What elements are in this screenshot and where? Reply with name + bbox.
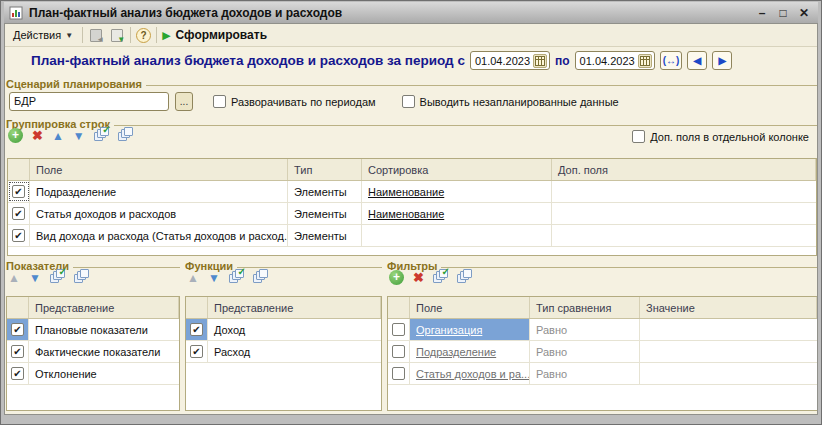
- generate-button[interactable]: Сформировать: [176, 28, 267, 42]
- list-item[interactable]: Плановые показатели: [7, 319, 179, 341]
- field-cell[interactable]: Вид дохода и расхода (Статья доходов и р…: [30, 225, 288, 246]
- checkbox-unchecked[interactable]: [392, 345, 405, 358]
- field-cell[interactable]: Подразделение: [30, 181, 288, 202]
- add-icon[interactable]: +: [8, 128, 23, 143]
- expand-by-periods-option[interactable]: Разворачивать по периодам: [213, 95, 376, 108]
- function-label[interactable]: Доход: [208, 319, 381, 340]
- checkbox-checked[interactable]: [190, 323, 203, 336]
- check-all-icon[interactable]: ✓: [433, 270, 448, 285]
- sort-cell[interactable]: [362, 225, 552, 246]
- type-cell[interactable]: Элементы: [288, 181, 362, 202]
- list-item[interactable]: Фактические показатели: [7, 341, 179, 363]
- date-to-field[interactable]: 01.04.2023: [575, 51, 655, 70]
- extra-cell[interactable]: [552, 225, 816, 246]
- value-cell[interactable]: [640, 341, 817, 362]
- checkbox-checked[interactable]: [190, 345, 203, 358]
- extra-fields-column-option[interactable]: Доп. поля в отдельной колонке: [632, 130, 809, 143]
- value-cell[interactable]: [640, 319, 817, 340]
- calendar-icon[interactable]: [533, 54, 547, 68]
- row-checkbox-cell[interactable]: [8, 225, 30, 246]
- row-checkbox-cell[interactable]: [7, 341, 29, 362]
- row-checkbox-cell[interactable]: [388, 319, 410, 340]
- maximize-button[interactable]: □: [775, 6, 791, 20]
- list-item[interactable]: Отклонение: [7, 363, 179, 385]
- sort-link[interactable]: Наименование: [368, 208, 444, 220]
- row-checkbox-cell[interactable]: [7, 319, 29, 340]
- table-row[interactable]: Статья доходов и ра... Равно: [388, 363, 817, 385]
- delete-icon[interactable]: ✖: [413, 270, 424, 285]
- list-item[interactable]: Расход: [186, 341, 381, 363]
- filter-field-link[interactable]: Организация: [416, 324, 482, 336]
- show-unplanned-option[interactable]: Выводить незапланированные данные: [402, 95, 619, 108]
- next-period-button[interactable]: ▶: [712, 51, 732, 70]
- minimize-button[interactable]: –: [754, 6, 770, 20]
- indicator-label[interactable]: Отклонение: [29, 363, 179, 384]
- checkbox-checked[interactable]: [11, 367, 24, 380]
- comparison-cell[interactable]: Равно: [530, 341, 640, 362]
- checkbox-unchecked[interactable]: [392, 323, 405, 336]
- type-cell[interactable]: Элементы: [288, 203, 362, 224]
- check-all-icon[interactable]: ✓: [229, 270, 244, 285]
- comparison-cell[interactable]: Равно: [530, 363, 640, 384]
- move-down-icon[interactable]: ▼: [208, 272, 220, 284]
- indicator-label[interactable]: Фактические показатели: [29, 341, 179, 362]
- move-up-icon[interactable]: ▲: [52, 130, 64, 142]
- checkbox-unchecked[interactable]: [392, 367, 405, 380]
- row-checkbox-cell[interactable]: [7, 363, 29, 384]
- check-all-icon[interactable]: ✓: [94, 128, 109, 143]
- title-bar[interactable]: План-фактный анализ бюджета доходов и ра…: [4, 2, 818, 23]
- checkbox-checked[interactable]: [12, 207, 25, 220]
- ellipsis-button[interactable]: ...: [175, 92, 193, 111]
- uncheck-all-icon[interactable]: [118, 128, 133, 143]
- help-icon[interactable]: ?: [136, 28, 151, 43]
- uncheck-all-icon[interactable]: [457, 270, 472, 285]
- calendar-icon[interactable]: [638, 54, 652, 68]
- field-cell[interactable]: Статья доходов и расходов: [30, 203, 288, 224]
- extra-cell[interactable]: [552, 203, 816, 224]
- filter-field-link[interactable]: Подразделение: [416, 346, 496, 358]
- row-checkbox-cell[interactable]: [8, 181, 30, 202]
- checkbox-unchecked[interactable]: [632, 130, 645, 143]
- move-down-icon[interactable]: ▼: [73, 130, 85, 142]
- checkbox-checked[interactable]: [12, 185, 25, 198]
- function-label[interactable]: Расход: [208, 341, 381, 362]
- move-up-icon[interactable]: ▲: [8, 272, 20, 284]
- save-report-settings-button[interactable]: ▼: [109, 27, 125, 43]
- extra-cell[interactable]: [552, 181, 816, 202]
- restore-report-settings-button[interactable]: ◄: [88, 27, 104, 43]
- prev-period-button[interactable]: ◀: [687, 51, 707, 70]
- table-row[interactable]: Статья доходов и расходов Элементы Наиме…: [8, 203, 816, 225]
- uncheck-all-icon[interactable]: [253, 270, 268, 285]
- move-up-icon[interactable]: ▲: [187, 272, 199, 284]
- checkbox-checked[interactable]: [11, 345, 24, 358]
- row-checkbox-cell[interactable]: [388, 341, 410, 362]
- row-checkbox-cell[interactable]: [186, 341, 208, 362]
- close-button[interactable]: ✕: [796, 6, 812, 20]
- move-down-icon[interactable]: ▼: [29, 272, 41, 284]
- table-row[interactable]: Вид дохода и расхода (Статья доходов и р…: [8, 225, 816, 247]
- sort-link[interactable]: Наименование: [368, 186, 444, 198]
- row-checkbox-cell[interactable]: [8, 203, 30, 224]
- select-period-button[interactable]: (↔): [660, 51, 683, 70]
- scenario-input[interactable]: БДР: [9, 92, 169, 111]
- list-item[interactable]: Доход: [186, 319, 381, 341]
- value-cell[interactable]: [640, 363, 817, 384]
- add-icon[interactable]: +: [389, 270, 404, 285]
- delete-icon[interactable]: ✖: [32, 128, 43, 143]
- row-checkbox-cell[interactable]: [388, 363, 410, 384]
- table-row[interactable]: Подразделение Элементы Наименование: [8, 181, 816, 203]
- checkbox-checked[interactable]: [12, 229, 25, 242]
- date-from-field[interactable]: 01.04.2023: [470, 51, 550, 70]
- checkbox-checked[interactable]: [11, 323, 24, 336]
- checkbox-unchecked[interactable]: [402, 95, 415, 108]
- actions-menu-button[interactable]: Действия ▼: [9, 27, 77, 43]
- comparison-cell[interactable]: Равно: [530, 319, 640, 340]
- indicator-label[interactable]: Плановые показатели: [29, 319, 179, 340]
- table-row[interactable]: Организация Равно: [388, 319, 817, 341]
- row-checkbox-cell[interactable]: [186, 319, 208, 340]
- check-all-icon[interactable]: ✓: [50, 270, 65, 285]
- type-cell[interactable]: Элементы: [288, 225, 362, 246]
- filter-field-link[interactable]: Статья доходов и ра...: [416, 368, 530, 380]
- table-row[interactable]: Подразделение Равно: [388, 341, 817, 363]
- checkbox-unchecked[interactable]: [213, 95, 226, 108]
